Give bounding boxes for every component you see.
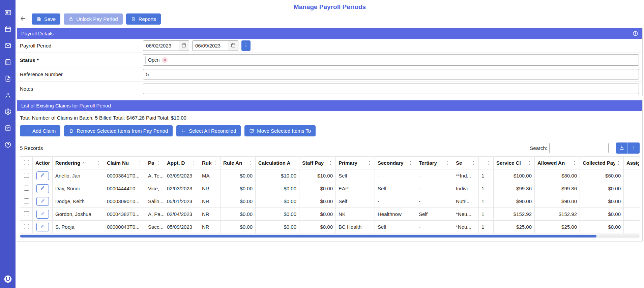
remove-selected-button[interactable]: Remove Selected Items from Pay Period [64,125,173,136]
column-header-rendering[interactable]: Rendering [53,157,104,169]
column-header-staff_pay[interactable]: Staff Pay [299,157,336,169]
edit-row-button[interactable] [36,210,49,219]
status-chip: Open ✕ [145,56,170,64]
column-menu-icon[interactable] [192,161,196,165]
cell-appt_date: 05/01/2023 [164,195,199,208]
column-header-secondary[interactable]: Secondary [375,157,416,169]
grid-menu-button[interactable] [628,142,640,154]
row-checkbox[interactable] [24,211,29,216]
cell-service_charge: $90.00 [494,195,535,208]
select-all-reconciled-button[interactable]: Select All Reconciled [176,125,241,136]
status-input[interactable]: Open ✕ [143,54,639,66]
column-header-primary[interactable]: Primary [336,157,375,169]
remove-status-icon[interactable]: ✕ [162,57,168,63]
select-all-checkbox[interactable] [24,160,29,165]
claims-summary: Total Number of Claims in Batch: 5 Bille… [20,115,640,121]
reference-number-input[interactable] [143,69,639,79]
unlock-pay-period-button[interactable]: Unlock Pay Period [64,13,122,25]
horizontal-scrollbar-thumb[interactable] [20,235,596,237]
column-header-service[interactable]: Se [453,157,479,169]
column-menu-icon[interactable] [527,161,532,165]
reference-number-label: Reference Number [20,71,143,77]
column-header-rule_amount[interactable]: Rule An [221,157,256,169]
column-menu-icon[interactable] [138,161,142,165]
column-menu-icon[interactable] [292,161,296,165]
period-menu-button[interactable] [241,40,251,51]
app-root: Manage Payroll Periods Save Unlock Pay P… [0,0,644,288]
cell-allowed_amount: $99.36 [535,182,580,195]
column-header-service_charge[interactable]: Service Cl [494,157,535,169]
column-header-assigned[interactable]: Assig [624,157,640,169]
cell-units: 1 [479,195,494,208]
export-button[interactable] [616,142,628,154]
mail-icon[interactable] [4,42,12,49]
calendar-icon[interactable] [4,25,12,33]
column-header-rule[interactable]: Rule [199,157,221,169]
person-icon[interactable] [4,91,12,99]
row-checkbox[interactable] [24,224,29,229]
column-menu-icon[interactable] [408,161,413,165]
column-header-allowed_amount[interactable]: Allowed An [535,157,580,169]
period-end-calendar-button[interactable] [228,40,238,51]
column-header-tertiary[interactable]: Tertiary [416,157,453,169]
column-label: Claim Nu [107,160,129,166]
add-claim-button[interactable]: Add Claim [20,125,60,136]
back-arrow-icon [20,15,26,23]
column-header-collected_payment[interactable]: Collected Pay [580,157,624,169]
column-header-payer[interactable]: Pa [145,157,164,169]
column-menu-icon[interactable] [367,161,372,165]
payroll-form: Payroll Period [17,39,642,96]
search-label: Search: [530,145,547,151]
search-input[interactable] [549,143,609,153]
column-menu-icon[interactable] [328,161,333,165]
claims-body: Total Number of Claims in Batch: 5 Bille… [17,111,642,241]
reports-label: Reports [139,16,156,22]
save-label: Save [44,16,56,22]
column-menu-icon[interactable] [572,161,577,165]
column-header-units[interactable] [479,157,494,169]
help-icon[interactable] [633,31,638,36]
logo-icon [3,279,12,285]
help-icon[interactable] [4,141,12,148]
edit-row-button[interactable] [36,197,49,206]
column-menu-icon[interactable] [248,161,253,165]
column-header-appt_date[interactable]: Appt. D [164,157,199,169]
column-menu-icon[interactable] [471,161,476,165]
column-menu-icon[interactable] [213,161,217,165]
edit-row-button[interactable] [36,171,49,180]
checklist-icon [181,128,186,133]
column-menu-icon[interactable] [486,161,491,165]
period-end-input[interactable] [192,40,228,51]
ledger-icon[interactable] [4,58,12,66]
column-header-calculation_amount[interactable]: Calculation An [256,157,299,169]
contact-card-icon[interactable] [4,9,12,16]
column-menu-icon[interactable] [156,161,161,165]
column-menu-icon[interactable] [445,161,450,165]
horizontal-scrollbar[interactable] [20,234,640,238]
notes-input[interactable] [143,84,639,94]
save-icon [36,17,41,22]
cell-rule_amount: $0.00 [221,208,256,221]
reports-button[interactable]: Reports [126,13,161,25]
gear-icon[interactable] [4,108,12,115]
cell-rendering: Anello, Jan [53,169,104,182]
period-start-input[interactable] [143,40,179,51]
column-label: Appt. D [167,160,185,166]
task-list-icon[interactable] [4,124,12,132]
row-checkbox[interactable] [24,186,29,191]
column-header-actions[interactable]: Actions [33,157,53,169]
column-menu-icon[interactable] [616,161,621,165]
edit-row-button[interactable] [36,184,49,193]
row-checkbox[interactable] [24,198,29,203]
cell-assigned [624,195,640,208]
column-menu-icon[interactable] [96,161,101,165]
save-button[interactable]: Save [32,13,60,25]
back-button[interactable] [18,14,28,25]
row-checkbox[interactable] [24,173,29,178]
column-header-claim_number[interactable]: Claim Nu [104,157,145,169]
toolbar: Save Unlock Pay Period Reports [18,13,643,25]
edit-row-button[interactable] [36,223,49,231]
move-selected-button[interactable]: Move Selected Items To [244,125,316,136]
period-start-calendar-button[interactable] [179,40,189,51]
file-add-icon[interactable] [4,75,12,82]
